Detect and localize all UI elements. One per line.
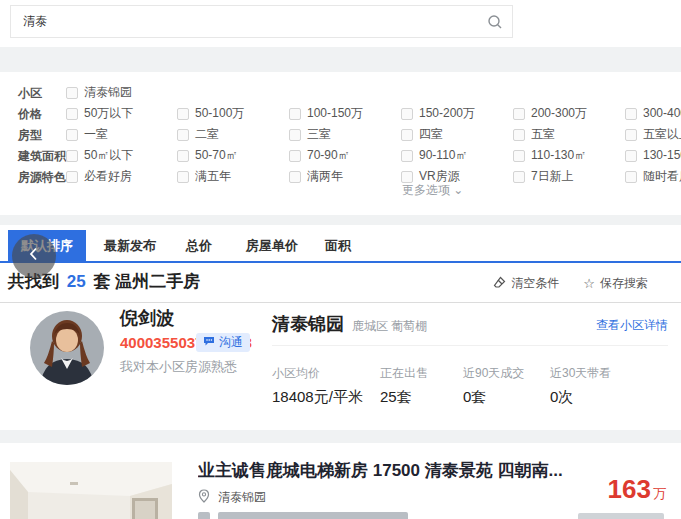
chat-button[interactable]: 沟通 [196,333,250,352]
eraser-icon [493,276,506,292]
filter-panel: 小区 清泰锦园 价格 50万以下 50-100万 100-150万 150-20… [0,72,681,215]
back-button[interactable] [12,234,56,278]
checkbox-icon[interactable] [289,129,301,141]
listing-info-row-partial [198,512,408,519]
filter-option[interactable]: 300-400万 [625,105,681,122]
community-location: 鹿城区 葡萄棚 [352,318,427,335]
filter-option[interactable]: 100-150万 [289,105,363,122]
checkbox-icon[interactable] [401,129,413,141]
chevron-left-icon [26,246,42,266]
tab-area[interactable]: 面积 [325,230,351,261]
building-icon [198,512,210,519]
filter-row-price: 价格 50万以下 50-100万 100-150万 150-200万 200-3… [0,103,681,123]
filter-option[interactable]: 50-100万 [177,105,244,122]
checkbox-icon[interactable] [625,150,637,162]
filter-option[interactable]: 7日新上 [513,168,574,185]
listing-title[interactable]: 业主诚售鹿城电梯新房 17500 清泰景苑 四朝南... [198,459,598,482]
checkbox-icon[interactable] [66,129,78,141]
checkbox-icon[interactable] [513,108,525,120]
chevron-down-icon: ⌄ [453,183,463,197]
filter-label: 房源特色 [18,169,66,186]
filter-option[interactable]: 五室以上 [625,126,681,143]
filter-option[interactable]: 满五年 [177,168,231,185]
more-options-button[interactable]: 更多选项 ⌄ [402,182,463,199]
checkbox-icon[interactable] [66,150,78,162]
tab-total-price[interactable]: 总价 [186,230,212,261]
star-icon: ☆ [583,276,595,291]
checkbox-icon[interactable] [401,108,413,120]
filter-row-features: 房源特色 必看好房 满五年 满两年 VR房源 7日新上 随时看房 [0,166,681,186]
stat-avg-price: 小区均价 18408元/平米 [272,365,363,407]
checkbox-icon[interactable] [177,171,189,183]
checkbox-icon[interactable] [289,171,301,183]
checkbox-icon[interactable] [401,150,413,162]
listing-unit-price-partial [578,513,664,519]
checkbox-icon[interactable] [625,108,637,120]
listing-community[interactable]: 清泰锦园 [218,489,266,506]
filter-option[interactable]: 50-70㎡ [177,147,238,164]
agent-tagline: 我对本小区房源熟悉 [120,358,237,376]
agent-name[interactable]: 倪剑波 [120,306,174,330]
filter-option[interactable]: 70-90㎡ [289,147,350,164]
filter-option[interactable]: 必看好房 [66,168,132,185]
agent-avatar[interactable] [30,311,104,385]
stat-tours-30d: 近30天带看 0次 [550,365,611,407]
checkbox-icon[interactable] [401,171,413,183]
checkbox-icon[interactable] [513,129,525,141]
filter-option[interactable]: 二室 [177,126,219,143]
tab-unit-price[interactable]: 房屋单价 [246,230,298,261]
tab-newest[interactable]: 最新发布 [104,230,156,261]
filter-row-rooms: 房型 一室 二室 三室 四室 五室 五室以上 [0,124,681,144]
filter-option[interactable]: 50万以下 [66,105,133,122]
filter-option[interactable]: 满两年 [289,168,343,185]
checkbox-icon[interactable] [625,129,637,141]
checkbox-icon[interactable] [177,150,189,162]
filter-option[interactable]: 90-110㎡ [401,147,467,164]
filter-option[interactable]: 110-130㎡ [513,147,586,164]
filter-row-community: 小区 清泰锦园 [0,82,681,102]
results-count: 25 [64,272,89,291]
checkbox-icon[interactable] [66,87,78,99]
clear-conditions-button[interactable]: 清空条件 [493,275,559,292]
stat-on-sale: 正在出售 25套 [380,365,428,407]
search-icon[interactable] [478,14,512,30]
filter-option[interactable]: 一室 [66,126,108,143]
stat-deals-90d: 近90天成交 0套 [463,365,524,407]
filter-option[interactable]: 随时看房 [625,168,681,185]
checkbox-icon[interactable] [66,171,78,183]
filter-option[interactable]: 五室 [513,126,555,143]
save-search-button[interactable]: ☆ 保存搜索 [583,275,648,292]
search-box[interactable] [10,5,513,38]
filter-option[interactable]: 三室 [289,126,331,143]
checkbox-icon[interactable] [177,129,189,141]
checkbox-icon[interactable] [289,108,301,120]
listing-card: 业主诚售鹿城电梯新房 17500 清泰景苑 四朝南... 清泰锦园 163万 [0,443,681,519]
sort-tabbar: 默认排序 最新发布 总价 房屋单价 面积 [0,230,681,263]
checkbox-icon[interactable] [66,108,78,120]
filter-option[interactable]: 四室 [401,126,443,143]
map-pin-icon [198,489,210,506]
header-links: 清空条件 ☆ 保存搜索 [493,275,648,292]
checkbox-icon[interactable] [513,150,525,162]
results-section: 默认排序 最新发布 总价 房屋单价 面积 共找到 25 套 温州二手房 清空条件 [0,225,681,430]
top-search-bar [0,0,681,47]
checkbox-icon[interactable] [289,150,301,162]
search-input[interactable] [11,15,478,29]
listing-thumbnail[interactable] [10,462,172,519]
community-detail-link[interactable]: 查看小区详情 [596,317,668,334]
checkbox-icon[interactable] [625,171,637,183]
filter-label: 房型 [18,127,42,144]
checkbox-icon[interactable] [177,108,189,120]
listing-price: 163万 [608,474,666,505]
speech-bubble-icon [203,335,215,350]
filter-option[interactable]: 200-300万 [513,105,587,122]
checkbox-icon[interactable] [513,171,525,183]
filter-option[interactable]: 130-150㎡ [625,147,681,164]
filter-option[interactable]: 150-200万 [401,105,475,122]
filter-option[interactable]: 50㎡以下 [66,147,133,164]
filter-option[interactable]: 清泰锦园 [66,84,132,101]
divider [272,345,668,346]
community-name[interactable]: 清泰锦园 [272,312,344,336]
filter-label: 建筑面积 [18,148,66,165]
filter-label: 小区 [18,85,42,102]
